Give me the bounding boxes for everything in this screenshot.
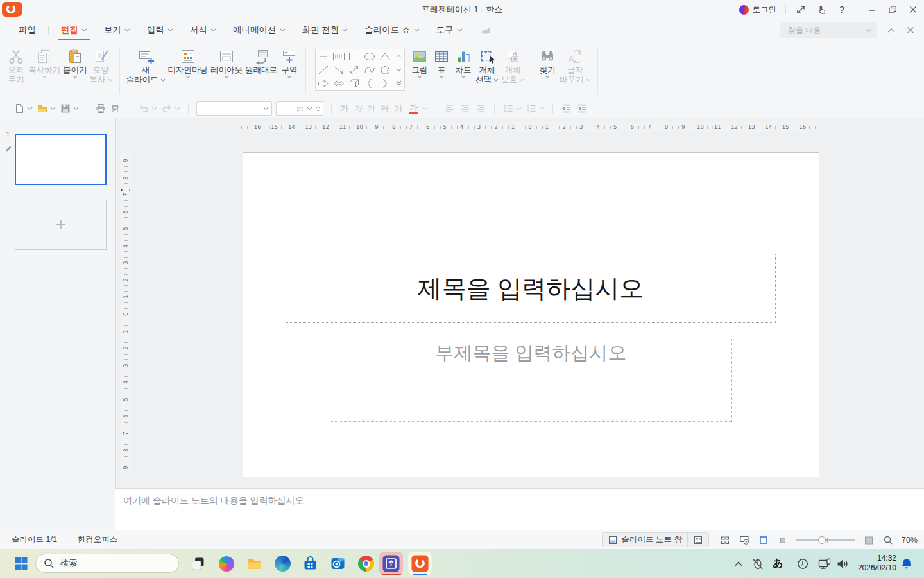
touch-mode-icon[interactable] <box>816 4 827 15</box>
menu-애니메이션[interactable]: 애니메이션 <box>225 19 294 41</box>
minimize-icon[interactable] <box>866 4 878 15</box>
line-shape-icon[interactable] <box>316 63 331 76</box>
cut-button[interactable]: 오려두기 <box>6 41 26 85</box>
bold-button[interactable]: 가 <box>340 103 348 114</box>
align-right-button[interactable] <box>475 103 486 114</box>
double-arrow-line-shape-icon[interactable] <box>346 63 362 76</box>
menu-파일[interactable]: 파일 <box>10 19 44 41</box>
redo-button[interactable] <box>161 103 180 114</box>
align-center-button[interactable] <box>459 103 471 114</box>
edge-icon[interactable] <box>275 556 291 572</box>
chrome-icon[interactable] <box>358 556 374 572</box>
find-button[interactable]: 찾기 <box>538 41 557 78</box>
open-document-button[interactable] <box>37 103 56 114</box>
thumb-pane-toggle[interactable] <box>687 533 708 547</box>
find-input[interactable] <box>787 25 865 35</box>
taskbar-clock[interactable]: 14:32 2026/02/10 <box>858 554 896 573</box>
zoom-slider-handle[interactable] <box>818 536 826 544</box>
double-arrow-shape-icon[interactable] <box>331 76 346 90</box>
assistant-dove-icon[interactable] <box>471 19 501 41</box>
hanshow-icon[interactable] <box>408 552 432 575</box>
slide[interactable]: 제목을 입력하십시오 부제목을 입력하십시오 <box>243 152 819 477</box>
menu-도구[interactable]: 도구 <box>428 19 471 41</box>
outlook-icon[interactable] <box>330 556 346 572</box>
copilot-icon[interactable] <box>218 556 234 572</box>
zoom-out-icon[interactable] <box>778 535 788 545</box>
undo-button[interactable] <box>138 103 157 114</box>
reset-button[interactable]: 원래대로 <box>245 41 277 85</box>
font-size-combo[interactable]: pt <box>276 101 323 116</box>
indent-button[interactable] <box>576 103 588 114</box>
close-icon[interactable] <box>907 4 919 15</box>
picture-button[interactable]: 그림 <box>410 41 429 78</box>
ellipse-shape-icon[interactable] <box>362 49 377 63</box>
new-document-button[interactable] <box>13 103 33 114</box>
chevron-down-icon[interactable] <box>865 28 872 33</box>
vertical-text-box-shape-icon[interactable] <box>331 49 346 63</box>
design-button[interactable]: 디자인마당 <box>168 41 209 78</box>
font-name-combo[interactable] <box>196 101 272 116</box>
object-select-button[interactable]: 개체선택 <box>475 41 499 85</box>
object-protect-button[interactable]: 개체보호 <box>501 41 524 85</box>
subtitle-placeholder[interactable]: 부제목을 입력하십시오 <box>330 337 732 422</box>
save-button[interactable] <box>60 103 79 114</box>
expand-icon[interactable] <box>795 4 807 15</box>
tray-chevron-up-icon[interactable] <box>730 556 746 572</box>
menu-서식[interactable]: 서식 <box>182 19 225 41</box>
scroll-up-icon[interactable] <box>393 49 404 63</box>
right-arrow-shape-icon[interactable] <box>316 76 331 90</box>
new-slide-button[interactable]: 새슬라이드 <box>126 41 166 85</box>
expand-gallery-icon[interactable] <box>393 76 404 90</box>
arrow-line-shape-icon[interactable] <box>331 63 346 76</box>
close-find-icon[interactable] <box>906 26 915 35</box>
bullet-list-button[interactable] <box>502 103 522 114</box>
freeform-shape-icon[interactable] <box>377 63 393 76</box>
display-icon[interactable] <box>816 556 832 572</box>
slide-thumbnail-1[interactable] <box>15 134 107 185</box>
shadow-button[interactable]: 가 <box>394 103 402 114</box>
numbered-list-button[interactable]: 123 <box>526 103 545 114</box>
table-button[interactable]: 표 <box>432 41 451 78</box>
triangle-shape-icon[interactable] <box>377 49 393 63</box>
font-color-button[interactable]: 가 <box>407 103 428 114</box>
restore-icon[interactable] <box>887 4 898 15</box>
menu-슬라이드 쇼[interactable]: 슬라이드 쇼 <box>356 19 427 41</box>
magnifier-icon[interactable] <box>883 535 893 545</box>
scroll-down-icon[interactable] <box>393 63 404 76</box>
bell-icon[interactable] <box>898 556 914 572</box>
hancom-docs-icon[interactable] <box>379 552 403 575</box>
font-color-button[interactable]: 가 <box>409 103 418 114</box>
chart-button[interactable]: 차트 <box>454 41 473 78</box>
taskbar-search[interactable]: 検索 <box>35 554 179 573</box>
horizontal-text-box-shape-icon[interactable] <box>316 49 331 63</box>
section-button[interactable]: 구역 <box>280 41 299 78</box>
rectangle-shape-icon[interactable] <box>346 49 362 63</box>
print-preview-button[interactable] <box>110 103 122 114</box>
menu-보기[interactable]: 보기 <box>96 19 139 41</box>
italic-button[interactable]: 가 <box>354 103 362 114</box>
right-brace-shape-icon[interactable] <box>377 76 393 90</box>
paste-button[interactable]: 붙이기 <box>63 41 87 78</box>
font-size-spinner[interactable] <box>316 106 320 112</box>
zoom-in-icon[interactable] <box>864 535 874 545</box>
login-button[interactable]: 로그인 <box>739 4 777 15</box>
title-placeholder[interactable]: 제목을 입력하십시오 <box>286 254 776 323</box>
ms-store-icon[interactable] <box>302 556 318 572</box>
menu-화면 전환[interactable]: 화면 전환 <box>294 19 357 41</box>
strikethrough-button[interactable]: 가 <box>381 103 389 114</box>
curve-shape-icon[interactable] <box>362 63 377 76</box>
print-button[interactable] <box>95 103 107 114</box>
chevron-up-icon[interactable] <box>887 28 896 33</box>
add-slide-thumbnail[interactable]: + <box>15 200 107 250</box>
task-view-icon[interactable] <box>190 556 206 572</box>
menu-편집[interactable]: 편집 <box>53 19 96 41</box>
ime-japanese-icon[interactable]: あ <box>770 556 786 572</box>
left-brace-shape-icon[interactable] <box>362 76 377 90</box>
align-left-button[interactable] <box>444 103 456 114</box>
notes-pane-toggle[interactable]: 슬라이드 노트 창 <box>603 533 687 547</box>
normal-view-icon[interactable] <box>758 535 769 545</box>
underline-button[interactable]: 가 <box>367 103 375 114</box>
menu-입력[interactable]: 입력 <box>139 19 182 41</box>
copy-button[interactable]: 복사하기 <box>28 41 60 78</box>
slide-sorter-icon[interactable] <box>720 535 730 545</box>
